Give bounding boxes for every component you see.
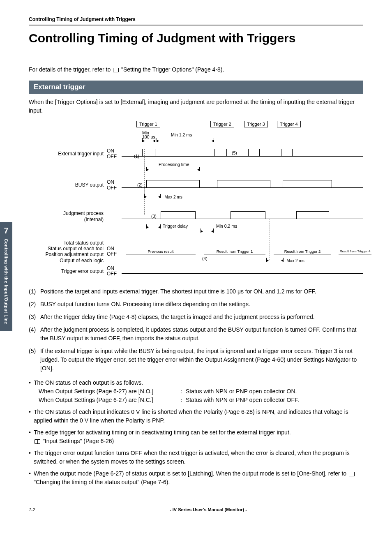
trigger-delay-arrow [146,224,161,229]
numbered-list: Positions the target and inputs external… [29,287,363,373]
list-item: BUSY output function turns ON. Processin… [29,300,363,309]
wave-ext: (1) (5) [122,146,363,162]
trigger-3-label: Trigger 3 [244,121,268,127]
list-item: If the external trigger is input while t… [29,347,363,373]
page-footer: 7-2 - IV Series User's Manual (Monitor) … [16,507,363,512]
onoff-status: ON OFF [107,246,122,257]
wave-busy: (2) [122,178,363,193]
list-item: The ON status of each input indicates 0 … [29,408,363,425]
min02-arrow [201,229,214,233]
book-icon [35,439,40,444]
bullet-list: The ON status of each output is as follo… [29,379,363,487]
page-title: Controlling Timing of Judgment with Trig… [29,31,363,45]
min-on-arrow [142,138,155,142]
callout-1: (1) [134,154,139,159]
max2ms-a-arrow: Max 2 ms [144,194,161,198]
when-nc-rhs: ： Status with NPN or PNP open collector … [178,396,299,404]
callout-5: (5) [232,150,237,155]
result-4: Result from Trigger 4 [339,248,371,254]
chapter-tab: 7 Controlling with the Input/Output Line [0,222,12,331]
trigger-2-label: Trigger 2 [210,121,234,127]
trigger-delay-label: Trigger delay [163,224,188,229]
signal-busy-label: BUSY output [29,182,107,188]
chapter-label: Controlling with the Input/Output Line [4,239,9,324]
signal-ext-label: External trigger input [29,151,107,157]
wave-terr [122,263,363,279]
intro-prefix: For details of the trigger, refer to [29,66,112,73]
list-item: The trigger error output function turns … [29,449,363,466]
list-item: The edge trigger for activating timing o… [29,428,363,446]
max2ms-b-arrow: Max 2 ms [266,258,284,262]
callout-3: (3) [151,214,157,219]
result-2: Result from Trigger 2 [274,248,331,254]
result-prev: Previous result [126,248,196,254]
book-icon [349,472,355,476]
onoff-busy: ON OFF [107,180,122,190]
processing-time-arrow [146,167,200,171]
annot-area: Min 100 μs Min 1.2 ms [122,131,363,146]
list-item: After the trigger delay time (Page 4-8) … [29,313,363,321]
footer-title: - IV Series User's Manual (Monitor) - [53,507,363,512]
chapter-number: 7 [0,226,12,235]
callout-4: (4) [202,256,208,261]
when-no-lhs: When Output Settings (Page 6-27) are [N.… [39,387,178,396]
when-no-rhs: ： Status with NPN or PNP open collector … [178,387,297,396]
signal-terr-label: Trigger error output [29,268,107,274]
intro-paragraph: For details of the trigger, refer to "Se… [29,66,363,74]
signal-judge-label: Judgment process (internal) [29,210,107,222]
processing-time-label: Processing time [159,162,189,167]
running-head: Controlling Timing of Judgment with Trig… [29,16,363,22]
wave-judge: (3) [122,209,363,224]
timing-diagram: Trigger 1 Trigger 2 Trigger 3 Trigger 4 … [29,121,363,279]
list-item: After the judgment process is completed,… [29,325,363,343]
intro-link-text: "Setting the Trigger Options" (Page 4-8)… [121,66,224,73]
signal-status-label: Total status output Status output of eac… [29,240,107,264]
head-rule [29,25,363,25]
wave-status: Previous result Result from Trigger 1 Re… [122,244,363,259]
list-item: Positions the target and inputs external… [29,287,363,296]
onoff-ext: ON OFF [107,148,122,159]
list-item: The ON status of each output is as follo… [29,379,363,404]
book-icon [113,68,119,72]
trigger-labels-row: Trigger 1 Trigger 2 Trigger 3 Trigger 4 [122,121,363,131]
section-heading: External trigger [29,81,363,94]
list-item: When the output mode (Page 6-27) of stat… [29,469,363,487]
section-intro: When the [Trigger Options] is set to [Ex… [29,98,363,115]
min-off-arrow [157,138,214,142]
page-number: 7-2 [29,507,53,512]
callout-2: (2) [137,182,143,187]
result-1: Result from Trigger 1 [204,248,265,254]
when-nc-lhs: When Output Settings (Page 6-27) are [N.… [39,396,178,404]
trigger-4-label: Trigger 4 [277,121,301,127]
min-off-label: Min 1.2 ms [171,132,192,137]
trigger-1-label: Trigger 1 [136,121,160,127]
min02-label: Min 0.2 ms [216,224,237,229]
onoff-terr: ON OFF [107,266,122,277]
